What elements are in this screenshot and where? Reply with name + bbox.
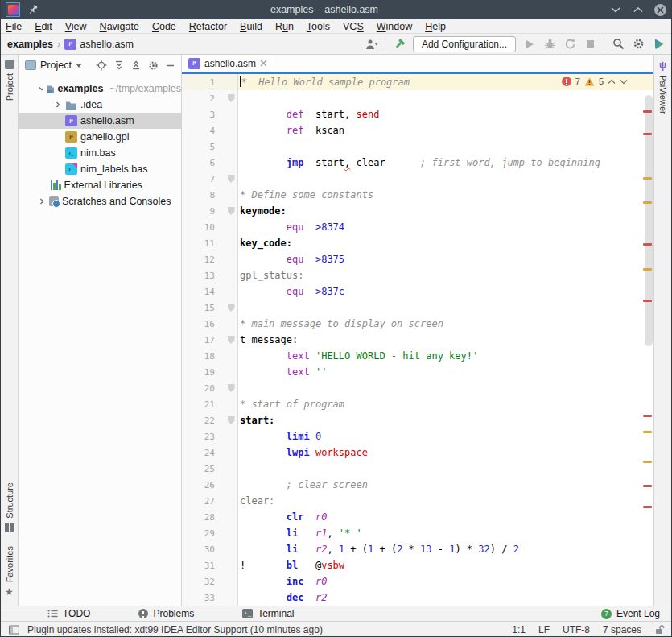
gutter[interactable]: 10 <box>182 219 238 235</box>
gutter[interactable]: 33 <box>182 589 238 606</box>
error-stripe-mark[interactable] <box>643 415 652 417</box>
ide-updates-icon[interactable] <box>652 38 665 51</box>
editor-line-15[interactable]: 15 <box>182 300 653 316</box>
gutter[interactable]: 16 <box>182 316 238 332</box>
editor-line-8[interactable]: 8* Define some constants <box>182 187 653 203</box>
sidebar-item-psiviewer[interactable]: ψ PsiViewer <box>654 60 671 114</box>
editor-line-13[interactable]: 13gpl_status: <box>182 267 653 283</box>
editor-line-22[interactable]: 22start: <box>182 412 653 428</box>
file-encoding[interactable]: UTF-8 <box>563 624 590 635</box>
gutter[interactable]: 3 <box>182 106 238 122</box>
editor-line-26[interactable]: 26 ; clear screen <box>182 477 653 493</box>
gutter[interactable]: 26 <box>182 477 238 493</box>
todo-button[interactable]: TODO <box>47 608 90 619</box>
tool-window-switcher-icon[interactable] <box>9 625 19 635</box>
menu-build[interactable]: Build <box>240 21 262 32</box>
gutter[interactable]: 12 <box>182 251 238 267</box>
error-stripe-mark[interactable] <box>643 133 652 135</box>
expand-all-icon[interactable] <box>114 60 124 70</box>
menu-tools[interactable]: Tools <box>307 21 330 32</box>
editor-line-11[interactable]: 11key_code: <box>182 235 653 251</box>
gutter[interactable]: 2 <box>182 90 238 106</box>
gutter[interactable]: 1 <box>182 74 238 90</box>
menu-edit[interactable]: Edit <box>35 21 52 32</box>
editor-line-7[interactable]: 7 <box>182 171 653 187</box>
gutter[interactable]: 17 <box>182 332 238 348</box>
gutter[interactable]: 5 <box>182 139 238 155</box>
stop-icon[interactable] <box>583 38 596 51</box>
warning-stripe-mark[interactable] <box>643 201 652 204</box>
editor-line-32[interactable]: 32 inc r0 <box>182 573 653 589</box>
menu-file[interactable]: File <box>6 21 22 32</box>
gutter[interactable]: 19 <box>182 364 238 380</box>
build-hammer-icon[interactable] <box>393 38 406 51</box>
editor-line-33[interactable]: 33 dec r2 <box>182 589 653 606</box>
indent-setting[interactable]: 7 spaces <box>603 624 641 635</box>
gutter[interactable]: 32 <box>182 573 238 589</box>
gutter[interactable]: 28 <box>182 509 238 525</box>
next-problem-icon[interactable] <box>620 79 628 85</box>
editor-line-19[interactable]: 19 text '' <box>182 364 653 380</box>
fold-marker-icon[interactable] <box>228 336 235 344</box>
breadcrumb-project[interactable]: examples <box>7 39 53 50</box>
tab-ashello-asm[interactable]: i* ashello.asm <box>182 55 274 72</box>
gutter[interactable]: 30 <box>182 541 238 557</box>
coverage-icon[interactable] <box>563 38 576 51</box>
editor-line-6[interactable]: 6 jmp start, clear ; first word, jump to… <box>182 155 653 171</box>
gutter[interactable]: 4 <box>182 122 238 139</box>
editor-line-21[interactable]: 21* start of program <box>182 396 653 412</box>
gutter[interactable]: 8 <box>182 187 238 203</box>
fold-marker-icon[interactable] <box>228 304 235 312</box>
editor-line-25[interactable]: 25 <box>182 461 653 477</box>
tree-item-external-libraries[interactable]: External Libraries <box>19 177 181 193</box>
tree-item-ashello-asm[interactable]: i* ashello.asm <box>19 113 181 129</box>
caret-position[interactable]: 1:1 <box>512 624 526 635</box>
sidebar-item-project[interactable]: Project <box>1 60 18 101</box>
locate-file-icon[interactable] <box>96 60 107 71</box>
add-configuration-button[interactable]: Add Configuration... <box>413 36 516 52</box>
editor-line-9[interactable]: 9keymode: <box>182 203 653 219</box>
gutter[interactable]: 6 <box>182 155 238 171</box>
error-stripe-mark[interactable] <box>643 110 652 113</box>
error-stripe-mark[interactable] <box>643 485 652 487</box>
panel-settings-gear-icon[interactable] <box>148 60 159 71</box>
status-message[interactable]: Plugin updates installed: xdt99 IDEA Edi… <box>27 624 323 635</box>
editor-line-12[interactable]: 12 equ >8375 <box>182 251 653 267</box>
sidebar-item-favorites[interactable]: Favorites ★ <box>1 546 18 598</box>
gutter[interactable]: 21 <box>182 396 238 412</box>
editor-line-5[interactable]: 5 <box>182 139 653 155</box>
warning-stripe-mark[interactable] <box>643 431 652 433</box>
editor-line-27[interactable]: 27clear: <box>182 493 653 509</box>
collapse-all-icon[interactable] <box>131 60 141 70</box>
gutter[interactable]: 20 <box>182 380 238 396</box>
menu-vcs[interactable]: VCS <box>343 21 364 32</box>
inspections-widget[interactable]: 7 5 <box>562 77 628 86</box>
menu-code[interactable]: Code <box>152 21 176 32</box>
lock-icon[interactable] <box>654 624 665 635</box>
editor-line-2[interactable]: 2 <box>182 90 653 106</box>
debug-bug-icon[interactable] <box>543 38 556 51</box>
close-icon[interactable] <box>654 4 666 16</box>
tree-item-nim-bas[interactable]: ›_ nim.bas <box>19 145 181 161</box>
menu-refactor[interactable]: Refactor <box>189 21 227 32</box>
gutter[interactable]: 7 <box>182 171 238 187</box>
gutter[interactable]: 11 <box>182 235 238 251</box>
menu-view[interactable]: View <box>65 21 87 32</box>
chevron-expanded-icon[interactable] <box>38 85 43 93</box>
gutter[interactable]: 22 <box>182 412 238 428</box>
breadcrumb-file[interactable]: i* ashello.asm <box>64 39 134 50</box>
run-icon[interactable] <box>523 38 536 51</box>
menu-run[interactable]: Run <box>275 21 294 32</box>
sidebar-item-structure[interactable]: Structure <box>1 482 18 532</box>
gutter[interactable]: 18 <box>182 348 238 364</box>
editor-lines[interactable]: 7 5 1* Hello World sample program23 def … <box>182 74 653 606</box>
fold-marker-icon[interactable] <box>228 416 235 424</box>
editor-line-30[interactable]: 30 li r2, 1 + (1 + (2 * 13 - 1) * 32) / … <box>182 541 653 557</box>
editor-line-20[interactable]: 20 <box>182 380 653 396</box>
gutter[interactable]: 13 <box>182 267 238 283</box>
editor-line-4[interactable]: 4 ref kscan <box>182 122 653 139</box>
editor-line-29[interactable]: 29 li r1, '* ' <box>182 525 653 541</box>
warning-stripe-mark[interactable] <box>643 177 652 180</box>
line-separator[interactable]: LF <box>538 624 550 635</box>
editor-line-17[interactable]: 17t_message: <box>182 332 653 348</box>
